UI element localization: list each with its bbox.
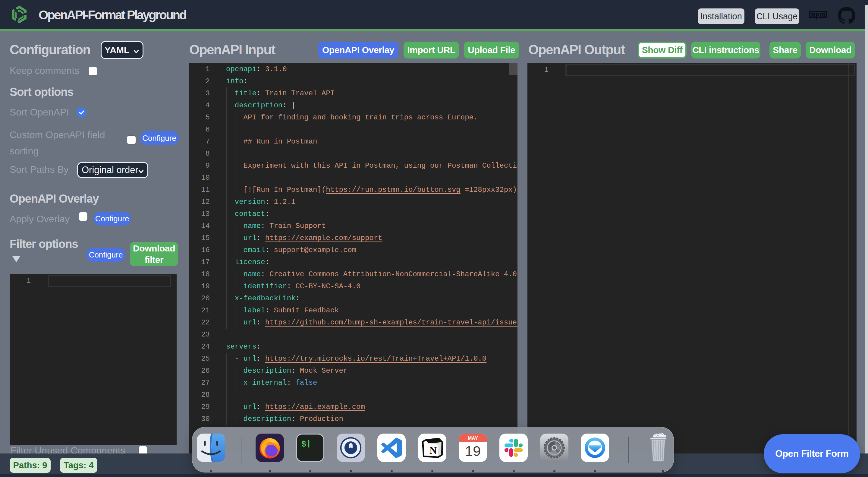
svg-text:19: 19 xyxy=(465,443,481,459)
svg-text:N: N xyxy=(430,445,437,456)
svg-text:MAY: MAY xyxy=(468,436,478,441)
svg-text:$: $ xyxy=(301,440,306,449)
